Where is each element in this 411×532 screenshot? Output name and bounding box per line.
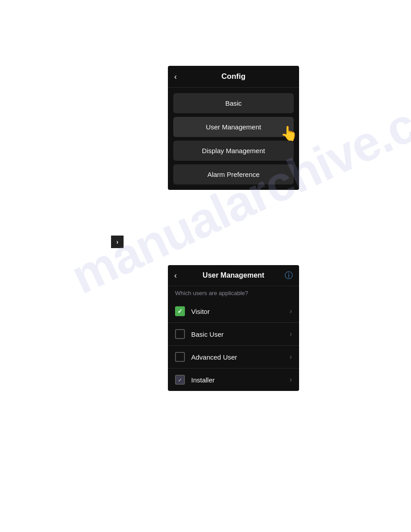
label-basic-user: Basic User bbox=[191, 330, 290, 338]
label-advanced-user: Advanced User bbox=[191, 353, 290, 361]
usermgmt-list: Visitor › Basic User › Advanced User › I… bbox=[168, 300, 299, 391]
config-menu: Basic User Management 👆 Display Manageme… bbox=[168, 88, 299, 190]
checkbox-basic-user[interactable] bbox=[175, 329, 185, 339]
config-title: Config bbox=[175, 72, 292, 81]
menu-item-alarm-preference-label: Alarm Preference bbox=[207, 171, 260, 178]
list-item-advanced-user[interactable]: Advanced User › bbox=[168, 346, 299, 369]
menu-item-basic[interactable]: Basic bbox=[173, 93, 294, 113]
checkbox-visitor[interactable] bbox=[175, 306, 185, 316]
config-header: ‹ Config bbox=[168, 66, 299, 88]
finger-pointer-icon: 👆 bbox=[280, 126, 298, 141]
nav-arrow-button[interactable]: › bbox=[111, 236, 124, 248]
menu-item-user-management[interactable]: User Management 👆 bbox=[173, 117, 294, 137]
menu-item-user-management-label: User Management bbox=[206, 123, 261, 131]
menu-item-display-management[interactable]: Display Management bbox=[173, 141, 294, 161]
usermgmt-back-button[interactable]: ‹ bbox=[174, 271, 177, 280]
list-item-visitor[interactable]: Visitor › bbox=[168, 300, 299, 323]
menu-item-basic-label: Basic bbox=[225, 99, 242, 107]
user-management-panel: ‹ User Management ⓘ Which users are appl… bbox=[168, 265, 299, 391]
info-icon[interactable]: ⓘ bbox=[285, 270, 293, 281]
config-back-button[interactable]: ‹ bbox=[174, 72, 177, 82]
chevron-right-icon: › bbox=[116, 238, 119, 245]
usermgmt-header: ‹ User Management ⓘ bbox=[168, 265, 299, 286]
list-item-installer[interactable]: Installer › bbox=[168, 369, 299, 391]
chevron-right-visitor: › bbox=[290, 307, 292, 315]
list-item-basic-user[interactable]: Basic User › bbox=[168, 323, 299, 346]
checkbox-advanced-user[interactable] bbox=[175, 352, 185, 362]
checkbox-installer[interactable] bbox=[175, 375, 185, 385]
chevron-right-advanced-user: › bbox=[290, 353, 292, 361]
menu-item-display-management-label: Display Management bbox=[202, 147, 265, 154]
menu-item-alarm-preference[interactable]: Alarm Preference bbox=[173, 164, 294, 184]
label-visitor: Visitor bbox=[191, 308, 290, 315]
label-installer: Installer bbox=[191, 376, 290, 384]
chevron-right-installer: › bbox=[290, 376, 292, 384]
usermgmt-title: User Management bbox=[175, 271, 292, 279]
config-panel: ‹ Config Basic User Management 👆 Display… bbox=[168, 66, 299, 190]
usermgmt-subtitle: Which users are applicable? bbox=[168, 286, 299, 300]
chevron-right-basic-user: › bbox=[290, 330, 292, 338]
